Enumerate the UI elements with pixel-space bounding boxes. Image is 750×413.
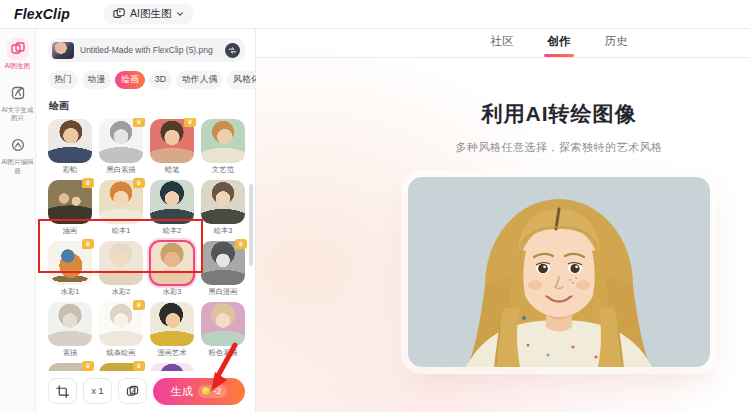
rail-item-ai-image-editor[interactable]: AI图片编辑器 [1,134,35,174]
style-label: 漫画艺术 [150,348,194,358]
image-to-image-icon [113,8,125,20]
style-card[interactable] [150,363,194,370]
credit-cost-chip: -2 [198,385,228,398]
style-label: 水彩2 [99,287,143,297]
rail-item-ai-text-to-image[interactable]: AI文字生成图片 [1,82,35,122]
preview-area: 社区 创作 历史 利用AI转绘图像 多种风格任意选择，探索独特的艺术风格 [256,29,750,412]
style-panel: Untitled-Made with FlexClip (5).png 热门 动… [36,29,256,412]
logo-text: FlexClip [14,6,70,22]
style-card[interactable]: 绘本3 [201,180,245,236]
style-card[interactable]: 彩铅 [48,119,92,175]
crown-icon: ♛ [133,300,145,310]
style-thumb [150,241,194,285]
style-label: 黑白素描 [99,165,143,175]
style-card[interactable]: ♛蜡笔 [150,119,194,175]
tab-community[interactable]: 社区 [488,29,517,57]
girl-illustration [408,177,710,367]
tab-action-figure[interactable]: 动作人偶 [176,71,223,89]
style-grid: 彩铅 ♛黑白素描 ♛蜡笔 文艺范 ♛油画 ♛绘本1 绘本2 绘本3 ♛水彩1 水… [36,118,255,370]
aspect-ratio-button[interactable] [48,378,77,404]
style-label: 绘本3 [201,226,245,236]
tab-hot[interactable]: 热门 [48,71,78,89]
crop-icon [56,385,69,398]
tab-painting[interactable]: 绘画 [115,71,145,89]
image-count-label: x 1 [91,386,103,396]
style-card[interactable]: ♛ [48,363,92,370]
replace-image-button[interactable] [225,43,240,58]
generate-button[interactable]: 生成 -2 [153,378,245,405]
rail-item-label: AI图片编辑器 [1,158,35,174]
tab-3d[interactable]: 3D [149,71,172,89]
style-card[interactable]: ♛线条绘画 [99,302,143,358]
tab-history[interactable]: 历史 [602,29,631,57]
rail-item-label: AI图生图 [5,62,31,70]
style-card-watercolor2[interactable]: 水彩2 [99,241,143,297]
rail-item-ai-image-to-image[interactable]: AI图生图 [1,38,35,70]
style-thumb [150,302,194,346]
tool-switcher[interactable]: AI图生图 [104,4,193,24]
style-label: 油画 [48,226,92,236]
example-artwork [408,177,710,367]
category-tabs: 热门 动漫 绘画 3D 动作人偶 风格化 节日 [36,62,255,94]
crown-icon: ♛ [82,361,94,370]
style-card[interactable]: 素描 [48,302,92,358]
credit-cost: -2 [214,386,222,396]
main-tabs: 社区 创作 历史 [256,29,750,58]
style-thumb [48,119,92,163]
style-label: 绘本2 [150,226,194,236]
crown-icon: ♛ [133,118,145,127]
tab-anime[interactable]: 动漫 [82,71,112,89]
crown-icon: ♛ [184,118,196,127]
style-label: 绘本1 [99,226,143,236]
style-thumb [201,302,245,346]
style-thumb [99,241,143,285]
style-thumb [201,119,245,163]
reference-strength-button[interactable] [118,378,147,404]
style-label: 黑白漫画 [201,287,245,297]
style-card[interactable]: 文艺范 [201,119,245,175]
rail-item-label: AI文字生成图片 [1,106,35,122]
coin-icon [201,386,211,396]
image-editor-icon [7,134,29,156]
crown-icon: ♛ [133,178,145,188]
generate-bar: x 1 生成 -2 [36,371,255,412]
style-card[interactable]: ♛油画 [48,180,92,236]
style-card-watercolor1[interactable]: ♛水彩1 [48,241,92,297]
style-thumb [150,363,194,370]
style-card[interactable]: ♛黑白漫画 [201,241,245,297]
panel-scrollbar[interactable] [249,184,253,266]
compare-images-icon [126,385,139,398]
feature-rail: AI图生图 AI文字生成图片 AI图片编辑器 [0,29,36,412]
crown-icon: ♛ [133,361,145,370]
style-card[interactable]: 粉色素描 [201,302,245,358]
style-card[interactable]: 漫画艺术 [150,302,194,358]
style-label: 水彩3 [150,287,194,297]
uploaded-file-row[interactable]: Untitled-Made with FlexClip (5).png [48,38,245,62]
image-to-image-icon [7,38,29,60]
crown-icon: ♛ [235,239,247,249]
crown-icon: ♛ [82,178,94,188]
style-card[interactable]: ♛黑白素描 [99,119,143,175]
file-thumbnail [52,42,74,59]
style-card[interactable]: 绘本2 [150,180,194,236]
style-label: 粉色素描 [201,348,245,358]
style-card-watercolor3-selected[interactable]: 水彩3 [150,241,194,297]
page-title: 利用AI转绘图像 [368,100,750,128]
style-label: 线条绘画 [99,348,143,358]
style-card[interactable]: ♛绘本1 [99,180,143,236]
section-title: 绘画 [36,94,255,118]
tool-switcher-label: AI图生图 [130,7,171,21]
flexclip-logo[interactable]: FlexClip [14,6,70,22]
top-bar: FlexClip AI图生图 [0,0,750,29]
crown-icon: ♛ [82,239,94,249]
style-label: 彩铅 [48,165,92,175]
page-subtitle: 多种风格任意选择，探索独特的艺术风格 [368,140,750,155]
file-name: Untitled-Made with FlexClip (5).png [80,45,219,55]
style-label: 素描 [48,348,92,358]
style-thumb [150,180,194,224]
tab-create[interactable]: 创作 [545,29,574,57]
style-card[interactable]: ♛ [99,363,143,370]
text-to-image-icon [7,82,29,104]
image-count-button[interactable]: x 1 [83,378,112,404]
style-label: 水彩1 [48,287,92,297]
